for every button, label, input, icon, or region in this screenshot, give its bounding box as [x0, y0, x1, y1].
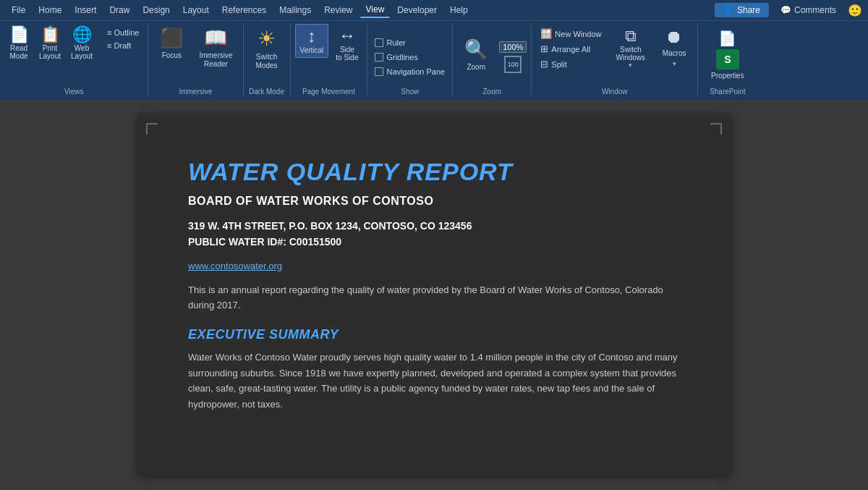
- navigation-pane-checkbox[interactable]: Navigation Pane: [372, 66, 448, 77]
- ruler-checkbox[interactable]: Ruler: [372, 37, 408, 48]
- comments-button[interactable]: 💬 Comments: [775, 3, 842, 17]
- immersive-label: Immersive: [153, 86, 238, 97]
- menu-references[interactable]: References: [216, 3, 272, 17]
- window-label: Window: [536, 86, 693, 97]
- document-area: WATER QUALITY REPORT BOARD OF WATER WORK…: [0, 100, 868, 490]
- zoom-button[interactable]: 🔍 Zoom: [457, 35, 495, 75]
- document-intro: This is an annual report regarding the q…: [188, 283, 680, 313]
- zoom-label: Zoom: [457, 86, 527, 97]
- gridlines-checkbox-icon: [375, 53, 383, 62]
- navigation-pane-checkbox-icon: [375, 67, 383, 76]
- ruler-checkbox-icon: [375, 38, 383, 47]
- zoom-100-button[interactable]: 100: [504, 56, 522, 73]
- window-section: 🪟 New Window ⊞ Arrange All ⊟ Split: [532, 24, 698, 97]
- read-mode-icon: 📄: [9, 27, 29, 43]
- properties-icon-wrap: 📄 S: [716, 30, 739, 69]
- split-button[interactable]: ⊟ Split: [536, 57, 605, 71]
- document-title: WATER QUALITY REPORT: [188, 158, 680, 186]
- macros-icon: ⏺: [665, 27, 683, 47]
- document-website-link[interactable]: www.contosowater.org: [188, 261, 680, 271]
- immersive-reader-button[interactable]: 📖 ImmersiveReader: [193, 24, 238, 72]
- menu-design[interactable]: Design: [137, 3, 175, 17]
- web-layout-button[interactable]: 🌐 WebLayout: [67, 24, 97, 63]
- views-section: 📄 ReadMode 📋 PrintLayout 🌐 WebLayout: [0, 24, 148, 97]
- switch-modes-button[interactable]: ☀ SwitchModes: [248, 24, 286, 73]
- switch-modes-icon: ☀: [258, 27, 276, 51]
- menu-view[interactable]: View: [360, 2, 391, 18]
- new-window-button[interactable]: 🪟 New Window: [536, 27, 605, 41]
- print-layout-button[interactable]: 📋 PrintLayout: [35, 24, 65, 63]
- new-window-icon: 🪟: [540, 28, 552, 39]
- menu-layout[interactable]: Layout: [177, 3, 215, 17]
- exec-summary-body: Water Works of Contoso Water proudly ser…: [188, 350, 680, 412]
- share-button[interactable]: 👤 Share: [715, 3, 769, 17]
- zoom-percent[interactable]: 100%: [499, 41, 527, 53]
- menu-file[interactable]: File: [6, 3, 31, 17]
- document-address: 319 W. 4TH STREET, P.O. BOX 1234, CONTOS…: [188, 218, 680, 250]
- page-corner-tr: [710, 123, 722, 135]
- menu-insert[interactable]: Insert: [69, 3, 102, 17]
- side-to-side-button[interactable]: ↔ Sideto Side: [331, 24, 362, 64]
- menu-draw[interactable]: Draw: [103, 3, 135, 17]
- properties-button[interactable]: 📄 S Properties: [705, 27, 750, 83]
- immersive-section: ⬛ Focus 📖 ImmersiveReader Immersive: [148, 24, 243, 97]
- page-corner-tl: [146, 123, 158, 135]
- menu-mailings[interactable]: Mailings: [273, 3, 317, 17]
- draft-button[interactable]: ≡ Draft: [103, 40, 143, 51]
- exec-summary-title: EXECUTIVE SUMMARY: [188, 327, 680, 342]
- focus-button[interactable]: ⬛ Focus: [153, 24, 190, 63]
- sharepoint-section: 📄 S Properties SharePoint: [698, 24, 757, 97]
- sharepoint-label: SharePoint: [702, 86, 753, 97]
- gridlines-checkbox[interactable]: Gridlines: [372, 51, 420, 63]
- smiley-icon[interactable]: 🙂: [848, 4, 862, 17]
- print-layout-icon: 📋: [41, 27, 60, 43]
- views-label: Views: [4, 86, 143, 97]
- side-to-side-icon: ↔: [339, 27, 356, 44]
- menu-home[interactable]: Home: [33, 3, 67, 17]
- zoom-icon: 🔍: [464, 38, 488, 61]
- show-label: Show: [372, 86, 448, 97]
- outline-button[interactable]: ≡ Outline: [103, 27, 143, 38]
- page-movement-section: ↕ Vertical ↔ Sideto Side Page Movement: [291, 24, 368, 97]
- share-icon: 👤: [723, 5, 734, 15]
- menu-right-actions: 👤 Share 💬 Comments 🙂: [715, 3, 862, 17]
- ribbon-toolbar: 📄 ReadMode 📋 PrintLayout 🌐 WebLayout: [0, 20, 868, 100]
- comment-icon: 💬: [780, 5, 791, 15]
- document-page: WATER QUALITY REPORT BOARD OF WATER WORK…: [137, 114, 731, 476]
- switch-windows-icon: ⧉: [625, 27, 637, 46]
- menu-developer[interactable]: Developer: [391, 3, 443, 17]
- read-mode-button[interactable]: 📄 ReadMode: [4, 24, 33, 63]
- dark-mode-label: Dark Mode: [248, 86, 286, 97]
- ribbon: File Home Insert Draw Design Layout Refe…: [0, 0, 868, 100]
- vertical-icon: ↕: [307, 28, 316, 45]
- split-icon: ⊟: [540, 59, 548, 69]
- document-subtitle: BOARD OF WATER WORKS OF CONTOSO: [188, 195, 680, 208]
- page-movement-label: Page Movement: [295, 86, 363, 97]
- arrange-all-icon: ⊞: [540, 43, 548, 54]
- menu-bar: File Home Insert Draw Design Layout Refe…: [0, 0, 868, 20]
- switch-windows-button[interactable]: ⧉ SwitchWindows ▾: [610, 24, 652, 72]
- dark-mode-section: ☀ SwitchModes Dark Mode: [244, 24, 291, 97]
- menu-review[interactable]: Review: [318, 3, 358, 17]
- menu-help[interactable]: Help: [444, 3, 474, 17]
- immersive-reader-icon: 📖: [204, 27, 227, 49]
- properties-doc-icon: 📄: [718, 30, 736, 47]
- zoom-section: 🔍 Zoom 100% 100 Zoom: [453, 24, 532, 97]
- web-layout-icon: 🌐: [72, 27, 92, 43]
- show-section: Ruler Gridlines Navigation Pane Show: [367, 24, 453, 97]
- macros-button[interactable]: ⏺ Macros ▾: [655, 24, 693, 70]
- focus-icon: ⬛: [160, 27, 183, 49]
- arrange-all-button[interactable]: ⊞ Arrange All: [536, 42, 605, 56]
- sharepoint-s-icon: S: [716, 49, 739, 69]
- vertical-button[interactable]: ↕ Vertical: [295, 24, 329, 58]
